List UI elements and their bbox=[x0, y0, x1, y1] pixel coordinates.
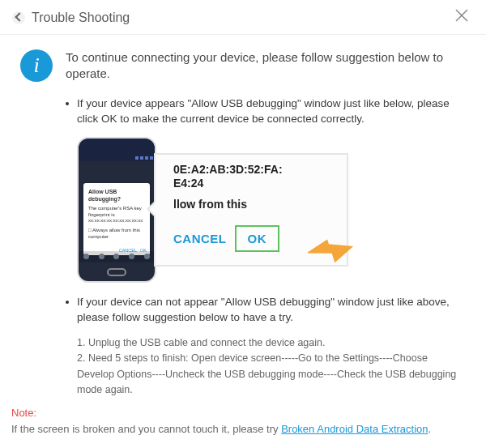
back-icon bbox=[12, 11, 25, 24]
illustration: Allow USB debugging? The computer's RSA … bbox=[77, 137, 466, 283]
title-left: Trouble Shooting bbox=[12, 11, 130, 25]
lead-text: To continue connecting your device, plea… bbox=[66, 49, 466, 83]
note-label: Note: bbox=[11, 407, 36, 419]
broken-android-link[interactable]: Broken Android Data Extraction bbox=[281, 423, 428, 435]
note-text: If the screen is broken and you cannot t… bbox=[11, 423, 281, 435]
dialog-ok-button: OK bbox=[235, 225, 280, 252]
arrow-icon bbox=[308, 239, 355, 270]
phone-usb-dialog: Allow USB debugging? The computer's RSA … bbox=[83, 183, 150, 255]
tip-1: If your device appears "Allow USB debugg… bbox=[66, 96, 466, 127]
tip-2-text: If your device can not appear "Allow USB… bbox=[77, 294, 466, 326]
step-1: 1. Unplug the USB cable and connect the … bbox=[77, 335, 466, 351]
content: i To continue connecting your device, pl… bbox=[0, 35, 486, 398]
info-icon: i bbox=[20, 49, 53, 82]
phone-mockup: Allow USB debugging? The computer's RSA … bbox=[77, 137, 156, 283]
close-icon bbox=[454, 8, 469, 23]
titlebar: Trouble Shooting bbox=[0, 0, 486, 35]
step-2: 2. Need 5 steps to finish: Open device s… bbox=[77, 351, 466, 398]
bullet-icon bbox=[66, 301, 69, 304]
zoom-callout: 0E:A2:AB:3D:52:FA: E4:24 llow from this … bbox=[154, 153, 348, 267]
close-button[interactable] bbox=[454, 8, 474, 28]
tip-2: If your device can not appear "Allow USB… bbox=[66, 294, 466, 326]
note: Note: If the screen is broken and you ca… bbox=[11, 405, 475, 437]
tip-1-text: If your device appears "Allow USB debugg… bbox=[77, 96, 466, 127]
tip-2-steps: 1. Unplug the USB cable and connect the … bbox=[77, 335, 466, 399]
svg-marker-2 bbox=[308, 239, 355, 270]
bullet-icon bbox=[66, 102, 69, 105]
dialog-title: Trouble Shooting bbox=[32, 11, 130, 25]
dialog-cancel-button: CANCEL bbox=[173, 232, 227, 245]
